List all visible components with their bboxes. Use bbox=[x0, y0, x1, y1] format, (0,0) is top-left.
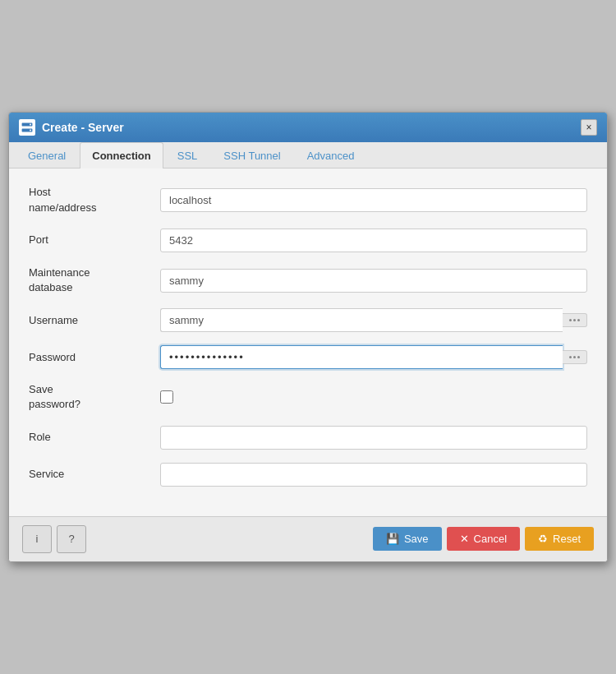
username-input[interactable] bbox=[160, 308, 563, 332]
username-addon-button[interactable] bbox=[563, 313, 587, 327]
form-content: Hostname/address Port Maintenancedatabas… bbox=[9, 168, 607, 515]
save-password-label: Savepassword? bbox=[29, 382, 160, 412]
service-row: Service bbox=[29, 463, 587, 487]
username-row: Username bbox=[29, 308, 587, 332]
host-row: Hostname/address bbox=[29, 185, 587, 215]
reset-icon: ♻ bbox=[538, 533, 548, 545]
save-password-checkbox[interactable] bbox=[160, 390, 173, 404]
footer-left: i ? bbox=[22, 525, 86, 553]
footer-right: 💾 Save ✕ Cancel ♻ Reset bbox=[373, 527, 594, 551]
role-input[interactable] bbox=[160, 426, 587, 450]
tab-advanced[interactable]: Advanced bbox=[295, 142, 367, 168]
password-label: Password bbox=[29, 350, 160, 365]
password-control bbox=[160, 345, 587, 369]
username-control bbox=[160, 308, 587, 332]
password-row: Password bbox=[29, 345, 587, 369]
tab-connection[interactable]: Connection bbox=[80, 142, 163, 168]
save-button[interactable]: 💾 Save bbox=[373, 527, 442, 551]
save-password-row: Savepassword? bbox=[29, 382, 587, 412]
service-input[interactable] bbox=[160, 463, 587, 487]
tab-bar: General Connection SSL SSH Tunnel Advanc… bbox=[9, 142, 607, 168]
maintenance-db-input[interactable] bbox=[160, 269, 587, 293]
server-icon bbox=[19, 119, 35, 136]
info-button[interactable]: i bbox=[22, 525, 52, 553]
host-input[interactable] bbox=[160, 188, 587, 212]
username-label: Username bbox=[29, 313, 160, 328]
role-row: Role bbox=[29, 426, 587, 450]
service-control bbox=[160, 463, 587, 487]
dots-icon-password bbox=[569, 356, 580, 358]
maintenance-db-row: Maintenancedatabase bbox=[29, 265, 587, 295]
save-icon: 💾 bbox=[386, 533, 399, 545]
save-label: Save bbox=[404, 533, 429, 545]
tab-ssh-tunnel[interactable]: SSH Tunnel bbox=[211, 142, 292, 168]
cancel-icon: ✕ bbox=[460, 533, 469, 545]
cancel-label: Cancel bbox=[474, 533, 507, 545]
svg-point-3 bbox=[30, 130, 31, 132]
role-control bbox=[160, 426, 587, 450]
cancel-button[interactable]: ✕ Cancel bbox=[447, 527, 520, 551]
title-bar-left: Create - Server bbox=[19, 119, 124, 136]
port-label: Port bbox=[29, 233, 160, 247]
save-password-control bbox=[160, 390, 587, 404]
service-label: Service bbox=[29, 467, 160, 482]
dots-icon bbox=[569, 319, 580, 321]
maintenance-db-control bbox=[160, 269, 587, 293]
tab-ssl[interactable]: SSL bbox=[165, 142, 210, 168]
host-label: Hostname/address bbox=[29, 185, 160, 215]
password-input[interactable] bbox=[160, 345, 563, 369]
dialog: Create - Server × General Connection SSL… bbox=[8, 112, 608, 561]
tab-general[interactable]: General bbox=[16, 142, 78, 168]
help-button[interactable]: ? bbox=[57, 525, 86, 553]
port-row: Port bbox=[29, 229, 587, 252]
password-addon-button[interactable] bbox=[563, 350, 587, 364]
maintenance-db-label: Maintenancedatabase bbox=[29, 265, 160, 295]
title-bar: Create - Server × bbox=[9, 113, 607, 142]
role-label: Role bbox=[29, 430, 160, 445]
footer: i ? 💾 Save ✕ Cancel ♻ Reset bbox=[9, 516, 607, 561]
port-control bbox=[160, 229, 587, 252]
dialog-title: Create - Server bbox=[42, 121, 124, 134]
svg-point-2 bbox=[30, 124, 31, 126]
reset-label: Reset bbox=[553, 533, 581, 545]
reset-button[interactable]: ♻ Reset bbox=[525, 527, 594, 551]
close-button[interactable]: × bbox=[581, 119, 597, 136]
port-input[interactable] bbox=[160, 229, 587, 252]
host-control bbox=[160, 188, 587, 212]
